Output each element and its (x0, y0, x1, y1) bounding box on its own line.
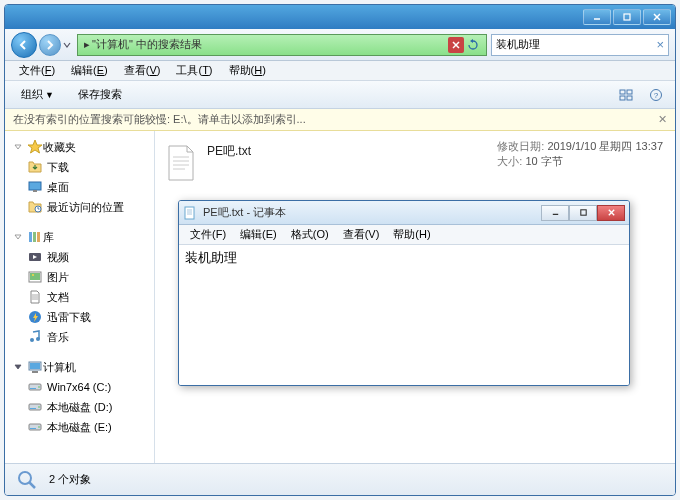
menu-file[interactable]: 文件(F) (11, 63, 63, 78)
notepad-menu-help[interactable]: 帮助(H) (386, 227, 437, 242)
sidebar-item-label: 视频 (47, 250, 69, 265)
sidebar-item-drive-e[interactable]: 本地磁盘 (E:) (5, 417, 154, 437)
sidebar-item-label: 下载 (47, 160, 69, 175)
nav-history-dropdown[interactable] (61, 41, 73, 49)
notepad-close-button[interactable] (597, 205, 625, 221)
sidebar-item-label: 本地磁盘 (D:) (47, 400, 112, 415)
notepad-menu-format[interactable]: 格式(O) (284, 227, 336, 242)
picture-icon (27, 269, 43, 285)
modified-value: 2019/1/10 星期四 13:37 (547, 140, 663, 152)
size-value: 10 字节 (525, 155, 562, 167)
menu-tools[interactable]: 工具(T) (168, 63, 220, 78)
sidebar-item-desktop[interactable]: 桌面 (5, 177, 154, 197)
notepad-content[interactable]: 装机助理 (179, 245, 629, 385)
sidebar-group-computer: 计算机 Win7x64 (C:) 本地磁盘 (D:) 本地磁盘 (E:) (5, 357, 154, 437)
svg-rect-30 (32, 371, 38, 373)
notepad-title: PE吧.txt - 记事本 (203, 205, 535, 220)
notepad-menu-edit[interactable]: 编辑(E) (233, 227, 284, 242)
search-clear-button[interactable]: × (656, 37, 664, 52)
svg-rect-16 (33, 232, 36, 242)
sidebar-item-label: 最近访问的位置 (47, 200, 124, 215)
sidebar-item-recent[interactable]: 最近访问的位置 (5, 197, 154, 217)
disclosure-icon (13, 142, 23, 152)
music-icon (27, 329, 43, 345)
notepad-maximize-button[interactable] (569, 205, 597, 221)
notepad-minimize-button[interactable] (541, 205, 569, 221)
library-icon (27, 229, 43, 245)
organize-button[interactable]: 组织▼ (13, 85, 62, 104)
size-label: 大小: (497, 155, 522, 167)
svg-rect-38 (30, 428, 36, 429)
notepad-menu-file[interactable]: 文件(F) (183, 227, 233, 242)
notepad-titlebar[interactable]: PE吧.txt - 记事本 (179, 201, 629, 225)
magnifier-icon (15, 468, 39, 492)
view-options-button[interactable] (615, 85, 637, 105)
svg-rect-29 (30, 363, 40, 369)
forward-button[interactable] (39, 34, 61, 56)
close-button[interactable] (643, 9, 671, 25)
back-button[interactable] (11, 32, 37, 58)
sidebar-item-downloads[interactable]: 下载 (5, 157, 154, 177)
sidebar-item-documents[interactable]: 文档 (5, 287, 154, 307)
sidebar-item-pictures[interactable]: 图片 (5, 267, 154, 287)
help-button[interactable]: ? (645, 85, 667, 105)
video-icon (27, 249, 43, 265)
svg-rect-13 (33, 190, 37, 192)
svg-rect-15 (29, 232, 32, 242)
svg-rect-20 (30, 273, 40, 280)
svg-point-33 (38, 386, 40, 388)
titlebar (5, 5, 675, 29)
info-bar[interactable]: 在没有索引的位置搜索可能较慢: E:\。请单击以添加到索引... ✕ (5, 109, 675, 131)
sidebar-group-libraries: 库 视频 图片 文档 迅雷下载 (5, 227, 154, 347)
svg-point-21 (32, 274, 34, 276)
sidebar-item-label: 桌面 (47, 180, 69, 195)
command-bar: 组织▼ 保存搜索 ? (5, 81, 675, 109)
sidebar-item-drive-d[interactable]: 本地磁盘 (D:) (5, 397, 154, 417)
svg-rect-7 (627, 90, 632, 94)
sidebar-item-music[interactable]: 音乐 (5, 327, 154, 347)
sidebar-item-label: 文档 (47, 290, 69, 305)
menu-edit[interactable]: 编辑(E) (63, 63, 116, 78)
address-bar[interactable]: ▸ "计算机" 中的搜索结果 (77, 34, 487, 56)
drive-icon (27, 419, 43, 435)
sidebar-header-favorites[interactable]: 收藏夹 (5, 137, 154, 157)
disclosure-icon (13, 362, 23, 372)
minimize-button[interactable] (583, 9, 611, 25)
sidebar-item-thunder[interactable]: 迅雷下载 (5, 307, 154, 327)
svg-rect-1 (624, 14, 630, 20)
maximize-button[interactable] (613, 9, 641, 25)
breadcrumb-chevron: ▸ (84, 38, 90, 51)
svg-rect-32 (30, 388, 36, 389)
sidebar-label: 计算机 (43, 360, 76, 375)
svg-point-39 (38, 426, 40, 428)
search-box[interactable]: × (491, 34, 669, 56)
sidebar-item-drive-c[interactable]: Win7x64 (C:) (5, 377, 154, 397)
svg-point-36 (38, 406, 40, 408)
info-bar-close[interactable]: ✕ (658, 113, 667, 126)
notepad-menu-view[interactable]: 查看(V) (336, 227, 387, 242)
sidebar-header-computer[interactable]: 计算机 (5, 357, 154, 377)
desktop-icon (27, 179, 43, 195)
menu-help[interactable]: 帮助(H) (221, 63, 274, 78)
sidebar-item-video[interactable]: 视频 (5, 247, 154, 267)
computer-icon (27, 359, 43, 375)
refresh-button[interactable] (464, 36, 482, 54)
svg-rect-6 (620, 90, 625, 94)
menu-view[interactable]: 查看(V) (116, 63, 169, 78)
text-file-icon (165, 143, 197, 183)
sidebar-item-label: Win7x64 (C:) (47, 381, 111, 393)
drive-icon (27, 399, 43, 415)
sidebar-label: 收藏夹 (43, 140, 76, 155)
svg-rect-46 (185, 207, 194, 219)
nav-toolbar: ▸ "计算机" 中的搜索结果 × (5, 29, 675, 61)
drive-icon (27, 379, 43, 395)
address-clear-button[interactable] (448, 37, 464, 53)
svg-line-45 (29, 482, 35, 488)
svg-rect-8 (620, 96, 625, 100)
search-input[interactable] (496, 39, 656, 51)
sidebar-header-libraries[interactable]: 库 (5, 227, 154, 247)
sidebar: 收藏夹 下载 桌面 最近访问的位置 (5, 131, 155, 463)
notepad-window: PE吧.txt - 记事本 文件(F) 编辑(E) 格式(O) 查看(V) 帮助… (178, 200, 630, 386)
save-search-button[interactable]: 保存搜索 (70, 85, 130, 104)
recent-icon (27, 199, 43, 215)
